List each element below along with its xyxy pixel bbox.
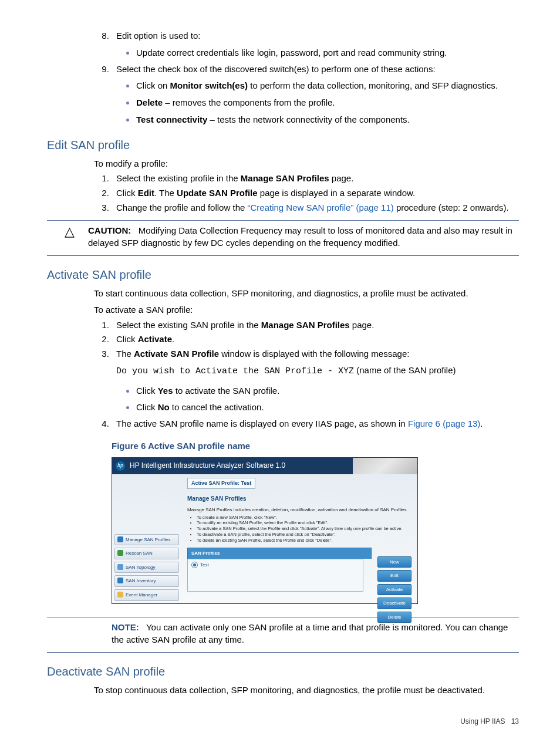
divider	[47, 617, 519, 617]
sidebar-item-manage-san-profiles[interactable]: Manage SAN Profiles	[114, 534, 179, 546]
activate-button[interactable]: Activate	[377, 584, 411, 596]
sidebar-item-san-topology[interactable]: SAN Topology	[114, 562, 179, 573]
link-figure-6[interactable]: Figure 6 (page 13)	[408, 418, 480, 428]
link-creating-new-san-profile[interactable]: “Creating New SAN profile” (page 11)	[247, 202, 393, 212]
fig-bul-5: To delete an existing SAN Profile, selec…	[197, 538, 411, 544]
edit-step-2: Click Edit. The Update SAN Profile page …	[112, 187, 519, 200]
sidebar-item-event-manager[interactable]: Event Manager	[114, 589, 179, 601]
activate-p1: To start continuous data collection, SFP…	[94, 287, 519, 300]
san-profiles-panel: Test	[187, 559, 363, 592]
activate-sub-2: Click No to cancel the activation.	[136, 399, 519, 414]
activate-sub-1: Click Yes to activate the SAN profile.	[136, 383, 519, 397]
item9-bullet-1: Click on Monitor switch(es) to perform t…	[136, 77, 519, 92]
deactivate-button[interactable]: Deactivate	[377, 598, 411, 609]
divider	[47, 220, 519, 221]
activate-sub-bullets: Click Yes to activate the SAN profile. C…	[116, 383, 519, 414]
page-footer: Using HP IIAS 13	[47, 717, 519, 727]
heading-edit-san-profile: Edit SAN profile	[47, 137, 519, 154]
sidebar-item-rescan-san[interactable]: Rescan SAN	[114, 548, 179, 559]
fig-header-image	[353, 458, 417, 474]
item9-bullet-3: Test connectivity – tests the network co…	[136, 112, 519, 126]
fig-bul-3: To activate a SAN Profile, select the Pr…	[197, 526, 411, 532]
activate-code: Do you wish to Activate the SAN Profile …	[116, 366, 354, 376]
fig-bul-2: To modify an existing SAN Profile, selec…	[197, 520, 411, 526]
note-text: You can activate only one SAN profile at…	[112, 622, 508, 645]
activate-p2: To activate a SAN profile:	[94, 303, 519, 316]
activate-step-3: The Activate SAN Profile window is displ…	[112, 347, 519, 414]
fig-main-heading: Manage SAN Profiles	[187, 495, 411, 504]
fig-main: Active SAN Profile: Test Manage SAN Prof…	[181, 474, 417, 603]
caution-icon: △	[47, 224, 88, 238]
sidebar-item-san-inventory[interactable]: SAN Inventory	[114, 575, 179, 587]
caution-text: Modifying Data Collection Frequency may …	[88, 225, 512, 248]
hp-logo-icon: hp	[116, 461, 125, 471]
page-content: Edit option is used to: Update correct c…	[47, 29, 519, 727]
edit-step-1: Select the existing profile in the Manag…	[112, 172, 519, 185]
divider	[47, 255, 519, 256]
fig-desc: Manage SAN Profiles includes creation, d…	[187, 507, 411, 514]
footer-page: 13	[511, 717, 519, 725]
top-ordered-list: Edit option is used to: Update correct c…	[47, 29, 519, 126]
heading-deactivate-san-profile: Deactivate SAN profile	[47, 663, 519, 680]
note-label: NOTE:	[112, 622, 139, 632]
new-button[interactable]: New	[377, 556, 411, 568]
item9-text: Select the check box of the discovered s…	[116, 64, 436, 74]
activate-step-4: The active SAN profile name is displayed…	[112, 417, 519, 430]
divider	[47, 652, 519, 653]
figure-6: hp HP Intelligent Infrastructure Analyze…	[112, 457, 418, 604]
fig-bul-1: To create a new SAN Profile, click "New"…	[197, 515, 411, 521]
edit-steps: Select the existing profile in the Manag…	[47, 172, 519, 214]
list-item-9: Select the check box of the discovered s…	[112, 63, 519, 126]
activate-steps: Select the existing SAN profile in the M…	[47, 319, 519, 430]
figure-6-caption: Figure 6 Active SAN profile name	[112, 440, 519, 453]
activate-step-1: Select the existing SAN profile in the M…	[112, 319, 519, 332]
san-profiles-panel-header: SAN Profiles	[187, 548, 372, 559]
fig-title-text: HP Intelligent Infrastructure Analyzer S…	[130, 461, 285, 471]
fig-titlebar: hp HP Intelligent Infrastructure Analyze…	[112, 458, 417, 474]
fig-bullet-list: To create a new SAN Profile, click "New"…	[187, 515, 411, 544]
fig-bul-4: To deactivate a SAN profile, select the …	[197, 532, 411, 538]
item8-text: Edit option is used to:	[116, 31, 200, 40]
caution-block: △ CAUTION: Modifying Data Collection Fre…	[47, 224, 519, 250]
list-item-8: Edit option is used to: Update correct c…	[112, 29, 519, 59]
note-block: NOTE: You can activate only one SAN prof…	[112, 621, 519, 647]
item9-bullet-2: Delete – removes the components from the…	[136, 94, 519, 109]
active-san-profile-badge: Active SAN Profile: Test	[187, 478, 255, 489]
caution-label: CAUTION:	[88, 225, 131, 235]
activate-step-2: Click Activate.	[112, 333, 519, 346]
delete-button[interactable]: Delete	[377, 612, 411, 623]
edit-step-3: Change the profile and follow the “Creat…	[112, 201, 519, 214]
heading-activate-san-profile: Activate SAN profile	[47, 266, 519, 283]
item8-bullets: Update correct credentials like login, p…	[116, 45, 519, 59]
item8-bullet-1: Update correct credentials like login, p…	[136, 45, 519, 59]
fig-sidebar: Manage SAN Profiles Rescan SAN SAN Topol…	[112, 474, 181, 603]
fig-button-stack: New Edit Activate Deactivate Delete	[377, 556, 411, 623]
profile-row-label: Test	[200, 562, 209, 568]
deactivate-p1: To stop continuous data collection, SFP …	[94, 684, 519, 697]
item9-bullets: Click on Monitor switch(es) to perform t…	[116, 77, 519, 126]
profile-radio[interactable]	[191, 562, 198, 568]
edit-intro: To modify a profile:	[94, 157, 519, 170]
edit-button[interactable]: Edit	[377, 570, 411, 582]
footer-text: Using HP IIAS	[460, 717, 505, 725]
